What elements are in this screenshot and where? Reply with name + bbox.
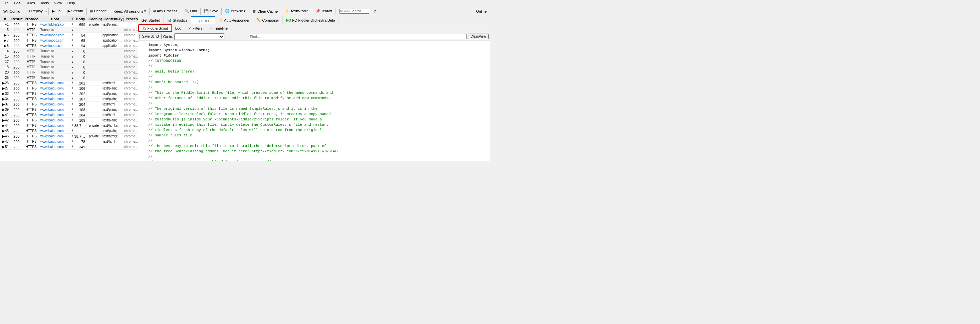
menu-edit[interactable]: Edit [13,1,22,5]
tearoff-button[interactable]: 📌 Tearoff [313,8,334,14]
code-line: // The original version of this file is … [140,106,488,111]
table-row[interactable]: ▶46 200 HTTPS www.baidu.com /s?ie=utf-8&… [0,134,138,139]
keep-dropdown-icon[interactable]: ▾ [144,9,146,13]
tab-composer[interactable]: ✏️ Composer [253,16,283,24]
go-button[interactable]: ▶ Go [50,8,62,14]
table-row[interactable]: 20 200 HTTP Tunnel to www.baidu.com:443 … [0,70,138,75]
cell-process: chrome... [123,86,138,91]
cell-result: 200 [10,113,23,118]
stream-button[interactable]: ▶ Stream [65,8,85,14]
table-row[interactable]: ▶47 200 HTTPS www.baidu.com /s?ie=utf-8&… [0,139,138,145]
table-row[interactable]: ▶7 200 HTTPS www.imooc.com /course/ajaxm… [0,38,138,43]
cell-host: Tunnel to [39,70,71,75]
replay-dropdown-icon[interactable]: ▾ [45,10,47,13]
cell-body: 68 [73,38,87,43]
tab-get-started[interactable]: Get Started [138,16,164,24]
cell-num: ▶26 [0,81,10,85]
menu-view[interactable]: View [53,1,64,5]
goto-select[interactable] [174,33,224,40]
find-input[interactable] [249,34,467,39]
cell-caching [87,30,102,30]
table-row[interactable]: 5 200 HTTP Tunnel to www.imooc.com:443 c… [0,27,138,33]
classview-button[interactable]: ClassView [468,33,489,39]
code-text: // Well, hello there! [140,69,194,74]
keep-sessions-button[interactable]: Keep: All sessions ▾ [111,8,148,14]
cell-url: /sugrec?pre=1&p=3&ie=utf-8&json=1&pr... [71,129,73,133]
cell-ctype: text/plain; ... [102,118,123,122]
code-text: import System.Windows.Forms; [140,48,210,53]
decode-button[interactable]: ⊞ Decode [88,8,108,14]
any-process-button[interactable]: ⊕ Any Process [151,8,180,14]
browse-button[interactable]: 🌐 Browse ▾ [223,8,248,14]
code-line: // Don't be scared! :-) [140,79,488,85]
code-text: // CustomRules.js inside your \Documents… [140,117,322,122]
table-row[interactable]: 15 200 HTTP Tunnel to www.baidu.com:443 … [0,54,138,59]
goto-label: Go to: [163,35,173,38]
cell-ctype: text/html;c... [102,134,123,138]
tab-autoresponder[interactable]: ⚡ AutoResponder [215,16,253,24]
cell-host: Tunnel to [39,65,71,69]
cell-result: 200 [10,70,23,75]
tab-statistics[interactable]: 📊 Statistics [164,16,191,24]
save-button[interactable]: 💾 Save [202,8,220,14]
menu-tools[interactable]: Tools [39,1,50,5]
tab-fiddler-script[interactable]: JS FiddlerScript [138,24,172,32]
table-row[interactable]: ▶44 200 HTTPS www.baidu.com /s?ie=utf-8&… [0,123,138,129]
online-button[interactable]: Online [474,8,488,14]
table-row[interactable]: ▶37 200 HTTPS www.baidu.com /s?ie=utf-8&… [0,102,138,107]
table-row[interactable]: ▶8 200 HTTPS www.imooc.com /course/ajaxm… [0,43,138,49]
table-row[interactable]: ▶51 200 HTTPS www.baidu.com /link?url=gP… [0,145,138,150]
msdn-search-input[interactable] [339,9,369,14]
code-editor[interactable]: import System; import System.Windows.For… [138,41,490,161]
cell-result: 200 [10,54,23,59]
table-row[interactable]: ▶39 200 HTTPS www.baidu.com /sugrec?pre=… [0,107,138,113]
table-row[interactable]: ▶45 200 HTTPS www.baidu.com /sugrec?pre=… [0,129,138,134]
table-row[interactable]: ▶34 200 HTTPS www.baidu.com /sugrec?pre=… [0,97,138,102]
cell-body: 38,766 [73,134,87,139]
table-row[interactable]: ≡1 200 HTTPS www.fiddler2.com /UpdateChe… [0,22,138,27]
cell-host: www.baidu.com [39,145,71,149]
clear-cache-button[interactable]: 🗑 Clear Cache [251,8,280,14]
textwizard-button[interactable]: ⚡ TextWizard [283,8,310,14]
code-line: // GLOBALIZATION NOTE: Save this file us… [140,159,488,161]
table-row[interactable]: ▶6 200 HTTPS www.imooc.com /course/ajaxm… [0,33,138,38]
help-button[interactable]: ? [372,8,378,14]
table-row[interactable]: 17 200 HTTP Tunnel to www.baidu.com:443 … [0,59,138,65]
cell-result: 200 [10,92,23,96]
cell-body: 38,734 [73,124,87,128]
session-panel: # Result Protocol Host URL Body Caching … [0,16,138,161]
menu-help[interactable]: Help [66,1,76,5]
cell-protocol: HTTPS [23,81,39,85]
table-row[interactable]: 25 200 HTTP Tunnel to www.baidu.com:443 … [0,75,138,81]
cell-body: 54 [73,33,87,38]
tab-inspectors[interactable]: Inspectors [191,16,215,24]
table-row[interactable]: 18 200 HTTP Tunnel to www.baidu.com:443 … [0,65,138,70]
code-line: // [140,64,488,69]
tab-log[interactable]: Log [172,24,185,32]
menu-file[interactable]: File [2,1,10,5]
table-row[interactable]: ▶42 200 HTTPS www.baidu.com /sugrec?pre=… [0,118,138,123]
code-line: // The best way to edit this file is to … [140,143,488,149]
cell-caching [87,131,102,132]
find-button[interactable]: 🔍 Find [183,8,199,14]
table-row[interactable]: ▶41 200 HTTPS www.baidu.com /s?ie=utf-8&… [0,113,138,118]
code-line: // [140,74,488,79]
cell-result: 200 [10,81,23,86]
cell-protocol: HTTP [23,65,39,69]
table-row[interactable]: ▶27 200 HTTPS www.baidu.com /sugrec?pre=… [0,86,138,91]
winconfig-button[interactable]: WinConfig [2,8,22,14]
table-row[interactable]: 14 200 HTTP Tunnel to www.baidu.com:443 … [0,49,138,54]
toolbar-separator-3 [64,8,64,14]
msdn-search-button[interactable] [337,8,371,14]
tab-timeline[interactable]: — Timeline [206,24,231,32]
browse-dropdown-icon[interactable]: ▾ [243,9,246,13]
cell-protocol: HTTPS [23,102,39,106]
cell-num: ▶44 [0,124,10,128]
tab-filters[interactable]: ✓ Filters [185,24,206,32]
menu-rules[interactable]: Rules [24,1,36,5]
table-row[interactable]: ▶33 200 HTTPS www.baidu.com /s?ie=utf-8&… [0,91,138,97]
table-row[interactable]: ▶26 200 HTTPS www.baidu.com /s?ie=utf-8&… [0,81,138,86]
replay-button[interactable]: ↺ Replay [25,8,45,14]
tab-fiddler-orchestra[interactable]: FO FO Fiddler Orchestra Beta [283,16,339,24]
save-script-button[interactable]: Save Script [140,33,162,39]
